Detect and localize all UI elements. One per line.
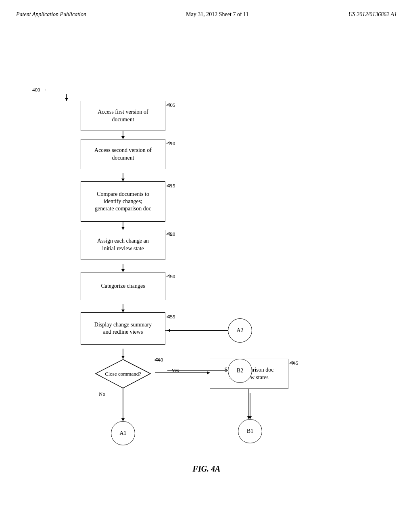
svg-marker-17 (121, 418, 125, 421)
header-center: May 31, 2012 Sheet 7 of 11 (186, 11, 248, 18)
header-left: Patent Application Publication (16, 11, 86, 18)
page-header: Patent Application Publication May 31, 2… (0, 0, 413, 22)
box-420: Assign each change aninitial review stat… (81, 230, 165, 260)
a2-arrow (0, 22, 413, 482)
svg-marker-28 (247, 416, 250, 419)
svg-marker-11 (121, 310, 125, 312)
flow-start-label: 400 → (32, 87, 47, 93)
curve-435 (165, 311, 173, 319)
circle-b1: B1 (238, 419, 262, 443)
diagram-area: 400 → Access first version ofdocument 40… (0, 22, 413, 482)
figure-caption: FIG. 4A (0, 464, 413, 474)
svg-marker-13 (121, 356, 125, 359)
box-415: Compare documents toidentify changes;gen… (81, 181, 165, 222)
svg-marker-1 (65, 98, 68, 101)
flow-arrows (0, 22, 413, 482)
store-b1-arrow (0, 22, 413, 482)
curve-405 (165, 100, 173, 108)
svg-marker-22 (248, 416, 252, 419)
curve-445 (288, 357, 296, 366)
box-435: Display change summaryand redline views (81, 312, 165, 345)
box-410: Access second version ofdocument (81, 139, 165, 169)
no-label: No (99, 391, 105, 397)
curve-430 (165, 271, 173, 279)
curve-420 (165, 229, 173, 237)
circle-b2: B2 (228, 359, 252, 383)
curve-440 (152, 354, 161, 362)
circle-a1: A1 (111, 421, 135, 445)
curve-410 (165, 138, 173, 146)
svg-marker-25 (167, 329, 170, 332)
svg-marker-9 (121, 269, 125, 272)
svg-marker-3 (121, 136, 125, 139)
svg-marker-15 (207, 371, 210, 374)
circle-a2: A2 (228, 318, 252, 343)
box-405: Access first version ofdocument (81, 101, 165, 131)
diamond-440: Close command? (95, 359, 151, 389)
header-right: US 2012/0136862 A1 (348, 11, 397, 18)
curve-415 (165, 180, 173, 188)
svg-marker-7 (121, 227, 125, 230)
svg-marker-5 (121, 179, 125, 181)
b2-arrow (0, 22, 413, 482)
yes-label: Yes (171, 367, 179, 374)
box-430: Categorize changes (81, 272, 165, 300)
